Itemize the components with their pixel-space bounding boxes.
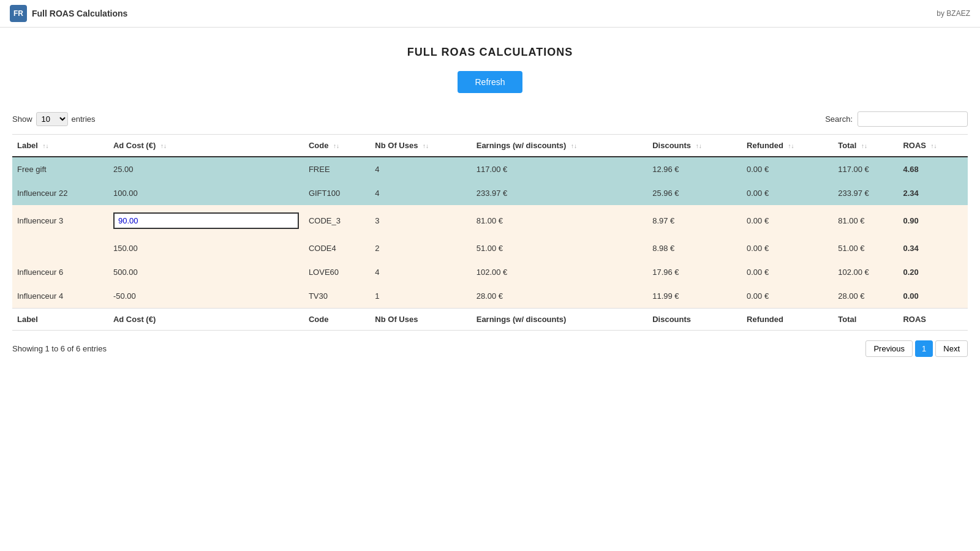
footer-roas: ROAS — [898, 309, 968, 331]
logo-icon: FR — [10, 5, 27, 22]
cell-total: 28.00 € — [833, 284, 898, 309]
cell-ad_cost[interactable] — [108, 205, 304, 236]
cell-refunded: 0.00 € — [742, 181, 833, 205]
cell-discounts: 11.99 € — [647, 284, 742, 309]
cell-earnings: 233.97 € — [472, 181, 647, 205]
cell-earnings: 28.00 € — [472, 284, 647, 309]
sort-refunded-icon: ↑↓ — [788, 143, 794, 149]
cell-code: GIFT100 — [304, 181, 370, 205]
cell-total: 117.00 € — [833, 157, 898, 181]
sort-code-icon: ↑↓ — [333, 143, 339, 149]
cell-refunded: 0.00 € — [742, 284, 833, 309]
cell-refunded: 0.00 € — [742, 260, 833, 284]
cell-code: FREE — [304, 157, 370, 181]
table-footer-row: Label Ad Cost (€) Code Nb Of Uses Earnin… — [12, 309, 968, 331]
col-label[interactable]: Label ↑↓ — [12, 135, 108, 157]
cell-nb_of_uses: 4 — [370, 181, 471, 205]
cell-discounts: 8.97 € — [647, 205, 742, 236]
cell-earnings: 81.00 € — [472, 205, 647, 236]
pagination-controls: Previous 1 Next — [865, 340, 968, 357]
cell-total: 102.00 € — [833, 260, 898, 284]
footer-discounts: Discounts — [647, 309, 742, 331]
table-row: Influenceur 3CODE_3381.00 €8.97 €0.00 €8… — [12, 205, 968, 236]
cell-discounts: 17.96 € — [647, 260, 742, 284]
table-header-row: Label ↑↓ Ad Cost (€) ↑↓ Code ↑↓ Nb Of Us… — [12, 135, 968, 157]
footer-ad-cost: Ad Cost (€) — [108, 309, 304, 331]
table-row: Free gift25.00FREE4117.00 €12.96 €0.00 €… — [12, 157, 968, 181]
footer-label: Label — [12, 309, 108, 331]
col-nb-uses[interactable]: Nb Of Uses ↑↓ — [370, 135, 471, 157]
cell-label: Free gift — [12, 157, 108, 181]
cell-nb_of_uses: 4 — [370, 260, 471, 284]
entries-label: entries — [72, 114, 96, 124]
cell-earnings: 51.00 € — [472, 236, 647, 260]
cell-roas: 0.34 — [898, 236, 968, 260]
cell-ad_cost: -50.00 — [108, 284, 304, 309]
footer-refunded: Refunded — [742, 309, 833, 331]
cell-code: CODE4 — [304, 236, 370, 260]
cell-total: 51.00 € — [833, 236, 898, 260]
ad-cost-input[interactable] — [113, 212, 299, 229]
cell-label: Influenceur 6 — [12, 260, 108, 284]
cell-nb_of_uses: 3 — [370, 205, 471, 236]
col-ad-cost[interactable]: Ad Cost (€) ↑↓ — [108, 135, 304, 157]
search-label: Search: — [825, 114, 853, 124]
app-title: Full ROAS Calculations — [32, 9, 127, 18]
col-roas[interactable]: ROAS ↑↓ — [898, 135, 968, 157]
cell-roas: 0.00 — [898, 284, 968, 309]
top-bar: FR Full ROAS Calculations by BZAEZ — [0, 0, 980, 28]
col-code[interactable]: Code ↑↓ — [304, 135, 370, 157]
cell-roas: 4.68 — [898, 157, 968, 181]
col-total[interactable]: Total ↑↓ — [833, 135, 898, 157]
footer-earnings: Earnings (w/ discounts) — [472, 309, 647, 331]
page-1-button[interactable]: 1 — [915, 340, 933, 357]
footer-nb-uses: Nb Of Uses — [370, 309, 471, 331]
cell-code: TV30 — [304, 284, 370, 309]
cell-earnings: 102.00 € — [472, 260, 647, 284]
cell-label: Influenceur 4 — [12, 284, 108, 309]
previous-button[interactable]: Previous — [865, 340, 913, 357]
sort-label-icon: ↑↓ — [43, 143, 49, 149]
cell-discounts: 8.98 € — [647, 236, 742, 260]
cell-label: Influenceur 22 — [12, 181, 108, 205]
search-input[interactable] — [858, 111, 968, 127]
col-discounts[interactable]: Discounts ↑↓ — [647, 135, 742, 157]
page-title: FULL ROAS CALCULATIONS — [12, 46, 968, 59]
sort-adcost-icon: ↑↓ — [160, 143, 167, 149]
roas-table: Label ↑↓ Ad Cost (€) ↑↓ Code ↑↓ Nb Of Us… — [12, 134, 968, 331]
cell-label: Influenceur 3 — [12, 205, 108, 236]
entries-select[interactable]: 10 25 50 100 — [36, 112, 68, 126]
sort-total-icon: ↑↓ — [861, 143, 867, 149]
byline: by BZAEZ — [937, 9, 970, 18]
cell-discounts: 25.96 € — [647, 181, 742, 205]
footer-total: Total — [833, 309, 898, 331]
cell-code: CODE_3 — [304, 205, 370, 236]
sort-discounts-icon: ↑↓ — [696, 143, 702, 149]
cell-ad_cost: 150.00 — [108, 236, 304, 260]
cell-label — [12, 236, 108, 260]
cell-earnings: 117.00 € — [472, 157, 647, 181]
cell-ad_cost: 500.00 — [108, 260, 304, 284]
cell-refunded: 0.00 € — [742, 205, 833, 236]
table-row: Influenceur 4-50.00TV30128.00 €11.99 €0.… — [12, 284, 968, 309]
sort-nbuses-icon: ↑↓ — [423, 143, 429, 149]
cell-discounts: 12.96 € — [647, 157, 742, 181]
table-row: 150.00CODE4251.00 €8.98 €0.00 €51.00 €0.… — [12, 236, 968, 260]
cell-roas: 2.34 — [898, 181, 968, 205]
cell-roas: 0.90 — [898, 205, 968, 236]
table-row: Influenceur 6500.00LOVE604102.00 €17.96 … — [12, 260, 968, 284]
cell-ad_cost: 100.00 — [108, 181, 304, 205]
next-button[interactable]: Next — [935, 340, 968, 357]
show-label: Show — [12, 114, 32, 124]
footer-code: Code — [304, 309, 370, 331]
sort-roas-icon: ↑↓ — [931, 143, 937, 149]
cell-roas: 0.20 — [898, 260, 968, 284]
sort-earnings-icon: ↑↓ — [571, 143, 577, 149]
cell-nb_of_uses: 1 — [370, 284, 471, 309]
col-refunded[interactable]: Refunded ↑↓ — [742, 135, 833, 157]
col-earnings[interactable]: Earnings (w/ discounts) ↑↓ — [472, 135, 647, 157]
cell-nb_of_uses: 4 — [370, 157, 471, 181]
cell-nb_of_uses: 2 — [370, 236, 471, 260]
showing-entries-text: Showing 1 to 6 of 6 entries — [12, 344, 107, 353]
refresh-button[interactable]: Refresh — [458, 71, 522, 93]
